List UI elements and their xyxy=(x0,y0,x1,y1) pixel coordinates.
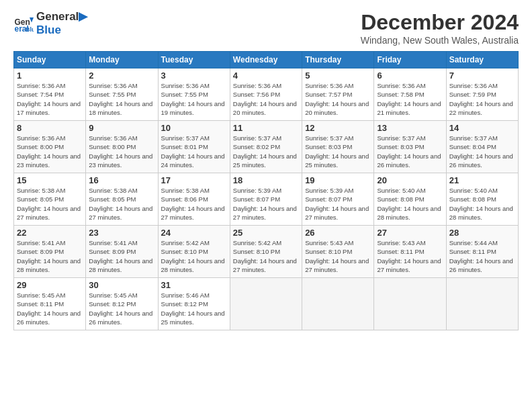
calendar-day: 15Sunrise: 5:38 AMSunset: 8:05 PMDayligh… xyxy=(14,173,86,226)
day-info: Sunrise: 5:37 AMSunset: 8:01 PMDaylight:… xyxy=(161,134,227,169)
day-number: 3 xyxy=(161,71,227,81)
day-info: Sunrise: 5:44 AMSunset: 8:11 PMDaylight:… xyxy=(449,238,515,274)
calendar-day: 1Sunrise: 5:36 AMSunset: 7:54 PMDaylight… xyxy=(14,68,86,121)
calendar-day xyxy=(302,278,374,330)
day-info: Sunrise: 5:43 AMSunset: 8:10 PMDaylight:… xyxy=(305,238,371,274)
calendar-day: 30Sunrise: 5:45 AMSunset: 8:12 PMDayligh… xyxy=(86,278,158,330)
calendar-day: 16Sunrise: 5:38 AMSunset: 8:05 PMDayligh… xyxy=(86,173,158,226)
day-info: Sunrise: 5:39 AMSunset: 8:07 PMDaylight:… xyxy=(305,186,371,222)
day-number: 14 xyxy=(449,123,515,133)
day-number: 22 xyxy=(17,228,83,238)
header: Gen eral Blue General▶ Blue December 202… xyxy=(13,10,519,46)
day-info: Sunrise: 5:45 AMSunset: 8:12 PMDaylight:… xyxy=(89,291,154,326)
day-number: 20 xyxy=(377,175,443,185)
calendar-day: 21Sunrise: 5:40 AMSunset: 8:08 PMDayligh… xyxy=(446,173,518,226)
day-number: 18 xyxy=(233,175,299,185)
calendar-day: 20Sunrise: 5:40 AMSunset: 8:08 PMDayligh… xyxy=(374,173,446,226)
calendar-day: 13Sunrise: 5:37 AMSunset: 8:03 PMDayligh… xyxy=(374,121,446,173)
logo: Gen eral Blue General▶ Blue xyxy=(13,10,87,38)
day-number: 21 xyxy=(449,175,515,185)
calendar-day: 6Sunrise: 5:36 AMSunset: 7:58 PMDaylight… xyxy=(374,68,446,121)
calendar-day xyxy=(230,278,302,330)
calendar-day: 9Sunrise: 5:36 AMSunset: 8:00 PMDaylight… xyxy=(86,121,158,173)
day-info: Sunrise: 5:36 AMSunset: 7:54 PMDaylight:… xyxy=(17,81,83,117)
calendar-day: 24Sunrise: 5:42 AMSunset: 8:10 PMDayligh… xyxy=(158,226,230,278)
day-number: 25 xyxy=(233,228,299,238)
day-number: 28 xyxy=(449,228,515,238)
day-number: 10 xyxy=(161,123,227,133)
day-info: Sunrise: 5:42 AMSunset: 8:10 PMDaylight:… xyxy=(161,238,227,274)
day-number: 17 xyxy=(161,175,227,185)
title-block: December 2024 Windang, New South Wales, … xyxy=(361,10,519,46)
day-info: Sunrise: 5:46 AMSunset: 8:12 PMDaylight:… xyxy=(161,291,227,326)
col-sunday: Sunday xyxy=(14,52,86,68)
day-number: 4 xyxy=(233,71,299,81)
day-info: Sunrise: 5:36 AMSunset: 8:00 PMDaylight:… xyxy=(89,134,154,169)
calendar-day: 27Sunrise: 5:43 AMSunset: 8:11 PMDayligh… xyxy=(374,226,446,278)
day-info: Sunrise: 5:36 AMSunset: 7:58 PMDaylight:… xyxy=(377,81,443,117)
page-container: Gen eral Blue General▶ Blue December 202… xyxy=(0,0,532,337)
logo-line2: Blue xyxy=(36,24,87,37)
month-title: December 2024 xyxy=(361,10,519,35)
day-info: Sunrise: 5:36 AMSunset: 7:55 PMDaylight:… xyxy=(89,81,154,117)
day-number: 30 xyxy=(89,280,154,290)
day-info: Sunrise: 5:38 AMSunset: 8:06 PMDaylight:… xyxy=(161,186,227,222)
col-wednesday: Wednesday xyxy=(230,52,302,68)
svg-marker-2 xyxy=(30,17,34,23)
col-tuesday: Tuesday xyxy=(158,52,230,68)
day-number: 8 xyxy=(17,123,83,133)
day-info: Sunrise: 5:36 AMSunset: 7:57 PMDaylight:… xyxy=(305,81,371,117)
day-info: Sunrise: 5:38 AMSunset: 8:05 PMDaylight:… xyxy=(89,186,154,222)
day-info: Sunrise: 5:38 AMSunset: 8:05 PMDaylight:… xyxy=(17,186,83,222)
day-info: Sunrise: 5:37 AMSunset: 8:04 PMDaylight:… xyxy=(449,134,515,169)
day-number: 6 xyxy=(377,71,443,81)
calendar-day: 19Sunrise: 5:39 AMSunset: 8:07 PMDayligh… xyxy=(302,173,374,226)
day-number: 9 xyxy=(89,123,154,133)
day-info: Sunrise: 5:41 AMSunset: 8:09 PMDaylight:… xyxy=(89,238,154,274)
calendar-day: 29Sunrise: 5:45 AMSunset: 8:11 PMDayligh… xyxy=(14,278,86,330)
logo-icon: Gen eral Blue xyxy=(13,13,34,34)
calendar-day: 28Sunrise: 5:44 AMSunset: 8:11 PMDayligh… xyxy=(446,226,518,278)
location: Windang, New South Wales, Australia xyxy=(361,35,519,46)
calendar-day: 10Sunrise: 5:37 AMSunset: 8:01 PMDayligh… xyxy=(158,121,230,173)
calendar-day: 2Sunrise: 5:36 AMSunset: 7:55 PMDaylight… xyxy=(86,68,158,121)
day-number: 23 xyxy=(89,228,154,238)
day-info: Sunrise: 5:45 AMSunset: 8:11 PMDaylight:… xyxy=(17,291,83,326)
day-number: 24 xyxy=(161,228,227,238)
calendar-week-1: 1Sunrise: 5:36 AMSunset: 7:54 PMDaylight… xyxy=(14,68,519,121)
day-info: Sunrise: 5:41 AMSunset: 8:09 PMDaylight:… xyxy=(17,238,83,274)
day-info: Sunrise: 5:36 AMSunset: 7:59 PMDaylight:… xyxy=(449,81,515,117)
col-friday: Friday xyxy=(374,52,446,68)
calendar-day: 11Sunrise: 5:37 AMSunset: 8:02 PMDayligh… xyxy=(230,121,302,173)
calendar-day: 12Sunrise: 5:37 AMSunset: 8:03 PMDayligh… xyxy=(302,121,374,173)
day-info: Sunrise: 5:40 AMSunset: 8:08 PMDaylight:… xyxy=(449,186,515,222)
calendar-body: 1Sunrise: 5:36 AMSunset: 7:54 PMDaylight… xyxy=(14,68,519,330)
day-number: 13 xyxy=(377,123,443,133)
col-saturday: Saturday xyxy=(446,52,518,68)
calendar-week-2: 8Sunrise: 5:36 AMSunset: 8:00 PMDaylight… xyxy=(14,121,519,173)
calendar-day: 7Sunrise: 5:36 AMSunset: 7:59 PMDaylight… xyxy=(446,68,518,121)
day-info: Sunrise: 5:43 AMSunset: 8:11 PMDaylight:… xyxy=(377,238,443,274)
calendar-table: Sunday Monday Tuesday Wednesday Thursday… xyxy=(13,51,519,330)
day-number: 19 xyxy=(305,175,371,185)
svg-text:Blue: Blue xyxy=(26,26,34,33)
day-info: Sunrise: 5:37 AMSunset: 8:03 PMDaylight:… xyxy=(377,134,443,169)
header-row: Sunday Monday Tuesday Wednesday Thursday… xyxy=(14,52,519,68)
calendar-day: 3Sunrise: 5:36 AMSunset: 7:55 PMDaylight… xyxy=(158,68,230,121)
day-number: 27 xyxy=(377,228,443,238)
day-number: 31 xyxy=(161,280,227,290)
day-number: 26 xyxy=(305,228,371,238)
calendar-week-5: 29Sunrise: 5:45 AMSunset: 8:11 PMDayligh… xyxy=(14,278,519,330)
day-info: Sunrise: 5:37 AMSunset: 8:02 PMDaylight:… xyxy=(233,134,299,169)
calendar-day: 23Sunrise: 5:41 AMSunset: 8:09 PMDayligh… xyxy=(86,226,158,278)
calendar-day xyxy=(374,278,446,330)
calendar-day: 8Sunrise: 5:36 AMSunset: 8:00 PMDaylight… xyxy=(14,121,86,173)
calendar-day: 17Sunrise: 5:38 AMSunset: 8:06 PMDayligh… xyxy=(158,173,230,226)
day-number: 1 xyxy=(17,71,83,81)
day-number: 5 xyxy=(305,71,371,81)
day-info: Sunrise: 5:36 AMSunset: 8:00 PMDaylight:… xyxy=(17,134,83,169)
day-info: Sunrise: 5:42 AMSunset: 8:10 PMDaylight:… xyxy=(233,238,299,274)
col-thursday: Thursday xyxy=(302,52,374,68)
calendar-day: 26Sunrise: 5:43 AMSunset: 8:10 PMDayligh… xyxy=(302,226,374,278)
calendar-day: 25Sunrise: 5:42 AMSunset: 8:10 PMDayligh… xyxy=(230,226,302,278)
